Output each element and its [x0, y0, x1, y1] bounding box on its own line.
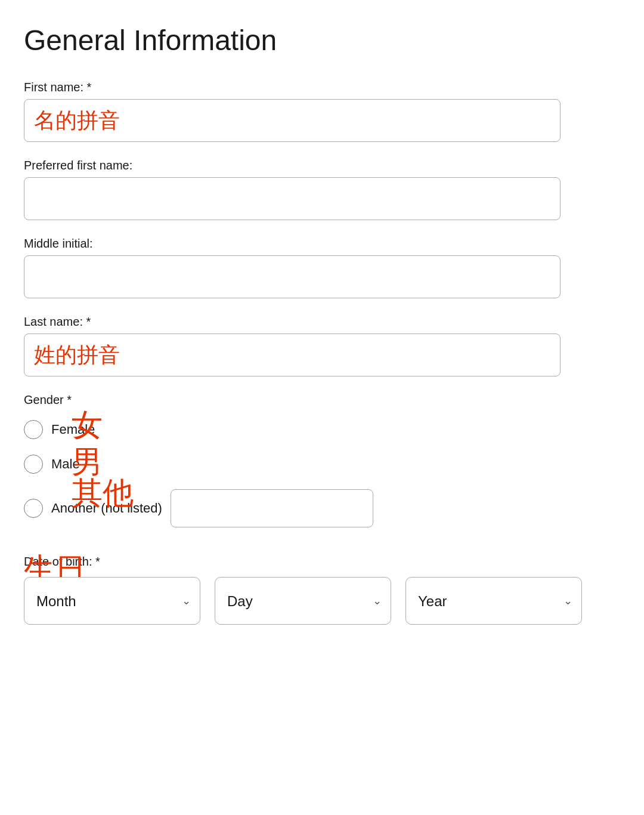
day-wrapper: Day for(let i=1;i<=31;i++){document.writ…	[215, 577, 391, 625]
last-name-input[interactable]	[24, 334, 561, 376]
gender-section: Gender * Female 女 Male 男 Another (not li…	[24, 393, 620, 538]
preferred-first-name-group: Preferred first name:	[24, 159, 620, 220]
middle-initial-label: Middle initial:	[24, 237, 620, 251]
year-select[interactable]: Year for(let y=2024;y>=1900;y--){documen…	[405, 577, 582, 625]
gender-female-label: Female	[51, 422, 95, 437]
first-name-group: First name: *	[24, 81, 620, 142]
month-select[interactable]: Month January February March April May J…	[24, 577, 200, 625]
day-select[interactable]: Day for(let i=1;i<=31;i++){document.writ…	[215, 577, 391, 625]
gender-male-radio[interactable]	[24, 455, 43, 474]
last-name-group: Last name: *	[24, 315, 620, 376]
date-of-birth-label: Date of birth: * 生日	[24, 555, 620, 569]
year-wrapper: Year for(let y=2024;y>=1900;y--){documen…	[405, 577, 582, 625]
gender-female-item[interactable]: Female 女	[24, 415, 620, 444]
gender-other-label: Another (not listed)	[51, 501, 162, 516]
dob-selects-container: Month January February March April May J…	[24, 577, 620, 625]
gender-female-radio[interactable]	[24, 420, 43, 439]
gender-label: Gender *	[24, 393, 620, 407]
gender-male-item[interactable]: Male 男	[24, 450, 620, 478]
date-of-birth-section: Date of birth: * 生日 Month January Februa…	[24, 555, 620, 625]
gender-other-text-input[interactable]	[171, 489, 373, 527]
middle-initial-group: Middle initial:	[24, 237, 620, 298]
first-name-label: First name: *	[24, 81, 620, 94]
gender-other-item[interactable]: Another (not listed) 其他	[24, 484, 620, 532]
month-wrapper: Month January February March April May J…	[24, 577, 200, 625]
preferred-first-name-label: Preferred first name:	[24, 159, 620, 172]
middle-initial-input[interactable]	[24, 255, 561, 298]
first-name-input[interactable]	[24, 99, 561, 142]
gender-radio-group: Female 女 Male 男 Another (not listed) 其他	[24, 415, 620, 538]
preferred-first-name-input[interactable]	[24, 177, 561, 220]
gender-other-radio[interactable]	[24, 499, 43, 518]
gender-male-label: Male	[51, 456, 80, 472]
page-title: General Information	[24, 24, 620, 57]
last-name-label: Last name: *	[24, 315, 620, 329]
